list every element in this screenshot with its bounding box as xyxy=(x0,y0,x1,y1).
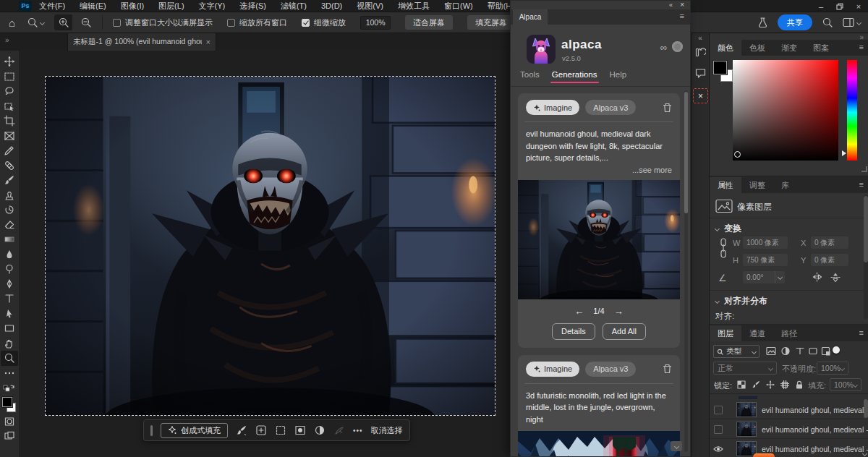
layer-name[interactable]: evil humanoid ghoul, medieval - 1 xyxy=(762,445,868,453)
shape-tool[interactable] xyxy=(0,321,19,336)
tab-overflow-icon[interactable]: » xyxy=(5,36,9,44)
foreground-background-swatches[interactable] xyxy=(1,397,17,414)
document-tab[interactable]: 未标题-1 @ 100% (evil humanoid ghoul, medie… xyxy=(67,33,216,51)
prev-page-icon[interactable]: ← xyxy=(574,306,584,317)
eye-icon[interactable] xyxy=(713,445,723,453)
imagine-pill[interactable]: Imagine xyxy=(526,100,579,115)
flip-horizontal-icon[interactable] xyxy=(811,271,823,283)
dodge-tool[interactable] xyxy=(0,262,19,277)
lock-all-icon[interactable] xyxy=(795,380,804,389)
minimize-button[interactable]: – xyxy=(812,0,830,12)
menu-layer[interactable]: 图层(L) xyxy=(151,0,191,12)
comments-panel-icon[interactable] xyxy=(693,65,708,80)
tab-libraries[interactable]: 库 xyxy=(773,177,797,193)
height-field[interactable]: 750 像素 xyxy=(743,254,788,266)
scrollbar-thumb[interactable] xyxy=(864,399,868,418)
layer-thumbnail[interactable] xyxy=(737,442,756,456)
visibility-checkbox[interactable] xyxy=(714,425,723,434)
lock-artboard-icon[interactable] xyxy=(780,380,789,389)
menu-filter[interactable]: 滤镜(T) xyxy=(273,0,314,12)
selection-brush-icon[interactable] xyxy=(236,424,247,436)
gradient-tool[interactable] xyxy=(0,232,19,247)
imagine-pill[interactable]: Imagine xyxy=(526,362,579,377)
add-all-button[interactable]: Add All xyxy=(603,323,646,340)
trash-icon[interactable] xyxy=(663,103,672,113)
lock-pixels-icon[interactable] xyxy=(752,380,760,389)
details-button[interactable]: Details xyxy=(552,323,595,340)
menu-image[interactable]: 图像(I) xyxy=(114,0,151,12)
foreground-color-swatch[interactable] xyxy=(2,397,12,407)
tab-tools[interactable]: Tools xyxy=(520,70,540,83)
model-pill[interactable]: Alpaca v3 xyxy=(585,362,636,377)
opacity-field[interactable]: 100% xyxy=(817,362,848,375)
generation-thumbnail[interactable] xyxy=(518,180,680,299)
menu-file[interactable]: 文件(F) xyxy=(32,0,72,12)
panel-menu-icon[interactable]: ≡ xyxy=(859,180,864,189)
menu-select[interactable]: 选择(S) xyxy=(232,0,273,12)
tab-help[interactable]: Help xyxy=(610,70,627,83)
plugin-deselect-icon[interactable]: × xyxy=(693,88,708,103)
width-field[interactable]: 1000 像素 xyxy=(743,236,788,249)
hue-slider-marker[interactable] xyxy=(842,150,846,156)
eyedropper-tool[interactable] xyxy=(0,143,19,158)
history-panel-icon[interactable] xyxy=(693,45,708,60)
visibility-checkbox[interactable] xyxy=(714,406,723,414)
scrubby-zoom-checkbox[interactable]: 细微缩放 xyxy=(302,17,346,28)
filter-shape-layers-icon[interactable] xyxy=(808,346,818,356)
color-picker-ring[interactable] xyxy=(734,151,741,158)
filter-type-layers-icon[interactable] xyxy=(795,346,805,356)
layer-row[interactable]: evil humanoid ghoul, medieval - 2 xyxy=(710,419,868,439)
panel-menu-icon[interactable]: ≡ xyxy=(859,328,864,337)
panel-resize-grip[interactable] xyxy=(861,166,867,172)
move-tool[interactable] xyxy=(0,54,19,69)
menu-view[interactable]: 视图(V) xyxy=(349,0,391,12)
lasso-tool[interactable] xyxy=(0,84,19,99)
layer-row[interactable]: evil humanoid ghoul, medieval - 3 xyxy=(710,400,868,419)
layer-thumbnail[interactable] xyxy=(737,422,756,436)
menu-plugins[interactable]: 增效工具 xyxy=(391,0,437,12)
share-button[interactable]: 共享 xyxy=(778,14,812,30)
brush-tool[interactable] xyxy=(0,173,19,188)
generation-thumbnail[interactable] xyxy=(518,431,680,456)
frame-tool[interactable] xyxy=(0,129,19,144)
contextual-taskbar[interactable]: 创成式填充 ••• 取消选择 xyxy=(143,419,410,441)
filter-adjustment-layers-icon[interactable] xyxy=(780,346,791,356)
home-icon[interactable]: ⌂ xyxy=(9,17,15,28)
zoom-all-windows-checkbox[interactable]: 缩放所有窗口 xyxy=(227,17,287,28)
tab-adjustments[interactable]: 调整 xyxy=(741,177,773,193)
transform-selection-icon[interactable] xyxy=(275,424,286,436)
scrollbar-thumb[interactable] xyxy=(684,92,688,213)
workspace-switcher-icon[interactable] xyxy=(843,17,861,27)
transform-section-header[interactable]: 变换 xyxy=(715,223,741,235)
menu-edit[interactable]: 编辑(E) xyxy=(72,0,114,12)
history-brush-tool[interactable] xyxy=(0,202,19,218)
taskbar-drag-handle[interactable] xyxy=(150,425,153,436)
filter-toggle[interactable] xyxy=(833,346,840,354)
generative-fill-button[interactable]: 创成式填充 xyxy=(161,423,228,438)
properties-scrollbar[interactable] xyxy=(864,195,868,319)
eraser-tool[interactable] xyxy=(0,218,19,233)
panel-scrollbar[interactable] xyxy=(684,90,688,452)
clone-stamp-tool[interactable] xyxy=(0,188,19,203)
zoom-percent-field[interactable]: 100% xyxy=(360,16,391,30)
scrollbar-thumb[interactable] xyxy=(864,196,868,262)
tab-properties[interactable]: 属性 xyxy=(710,177,741,193)
panel-close-icon[interactable]: × xyxy=(680,1,684,9)
layer-row[interactable]: evil humanoid ghoul, medieval - 1 xyxy=(710,439,868,457)
next-page-icon[interactable]: → xyxy=(614,306,624,317)
link-dimensions-icon[interactable] xyxy=(718,238,728,260)
tab-paths[interactable]: 路径 xyxy=(773,325,805,341)
model-pill[interactable]: Alpaca v3 xyxy=(585,100,636,115)
taskbar-more-icon[interactable]: ••• xyxy=(353,427,363,435)
deselect-button[interactable]: 取消选择 xyxy=(371,425,403,436)
align-section-header[interactable]: 对齐并分布 xyxy=(715,295,767,307)
crop-tool[interactable] xyxy=(0,114,19,129)
tab-color[interactable]: 颜色 xyxy=(710,40,741,56)
pen-tool[interactable] xyxy=(0,277,19,292)
flip-vertical-icon[interactable] xyxy=(830,271,841,283)
x-field[interactable]: 0 像素 xyxy=(811,236,848,249)
tab-layers[interactable]: 图层 xyxy=(710,325,741,341)
blur-tool[interactable] xyxy=(0,247,19,262)
layer-thumbnail[interactable] xyxy=(737,403,756,417)
tab-generations[interactable]: Generations xyxy=(552,70,597,83)
